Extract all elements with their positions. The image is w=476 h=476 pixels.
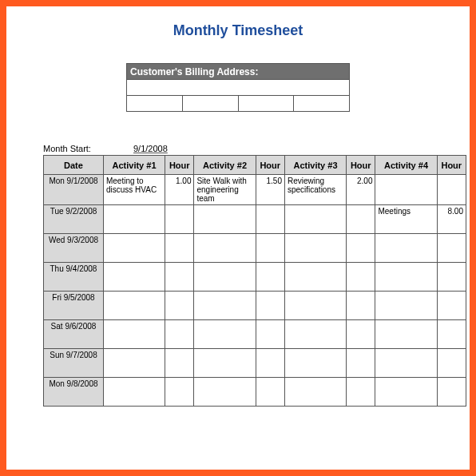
header-hour1: Hour [165,156,194,175]
activity3-cell[interactable] [284,263,346,292]
timesheet-table: Date Activity #1 Hour Activity #2 Hour A… [43,155,466,407]
hour1-cell[interactable]: 1.00 [165,175,194,205]
hour4-cell[interactable] [437,378,466,407]
activity2-cell[interactable]: Site Walk with engineering team [194,175,256,205]
hour3-cell[interactable] [347,292,375,320]
hour1-cell[interactable] [165,234,194,263]
header-date: Date [44,156,104,175]
header-activity2: Activity #2 [194,156,256,175]
activity2-cell[interactable] [194,292,256,320]
document-title: Monthly Timesheet [21,22,455,39]
month-start-label: Month Start: [43,144,91,153]
hour2-cell[interactable] [256,349,284,378]
date-cell: Mon 9/8/2008 [44,378,104,407]
table-row: Sun 9/7/2008 [44,349,466,378]
activity2-cell[interactable] [194,378,256,407]
date-cell: Thu 9/4/2008 [44,263,104,292]
activity2-cell[interactable] [194,234,256,263]
activity1-cell[interactable] [103,234,165,263]
hour3-cell[interactable] [347,349,375,378]
header-hour2: Hour [256,156,284,175]
hour3-cell[interactable] [347,263,375,292]
header-row: Date Activity #1 Hour Activity #2 Hour A… [44,156,466,175]
hour2-cell[interactable] [256,234,284,263]
billing-header: Customer's Billing Address: [127,64,350,80]
hour3-cell[interactable] [347,234,375,263]
hour4-cell[interactable] [437,320,466,349]
hour4-cell[interactable] [437,263,466,292]
hour4-cell[interactable] [437,349,466,378]
activity2-cell[interactable] [194,349,256,378]
header-hour3: Hour [347,156,375,175]
hour1-cell[interactable] [165,320,194,349]
billing-row[interactable] [127,80,350,96]
hour4-cell[interactable] [437,175,466,205]
activity3-cell[interactable] [284,349,346,378]
date-cell: Sat 9/6/2008 [44,320,104,349]
activity2-cell[interactable] [194,320,256,349]
table-row: Mon 9/8/2008 [44,378,466,407]
billing-cell[interactable] [238,96,294,112]
activity4-cell[interactable] [375,175,437,205]
hour3-cell[interactable] [347,205,375,234]
hour1-cell[interactable] [165,263,194,292]
hour4-cell[interactable]: 8.00 [437,205,466,234]
activity1-cell[interactable] [103,349,165,378]
table-row: Sat 9/6/2008 [44,320,466,349]
activity3-cell[interactable] [284,205,346,234]
date-cell: Fri 9/5/2008 [44,292,104,320]
activity3-cell[interactable] [284,378,346,407]
table-row: Mon 9/1/2008Meeting to discuss HVAC1.00S… [44,175,466,205]
activity1-cell[interactable] [103,292,165,320]
activity3-cell[interactable] [284,320,346,349]
billing-cell[interactable] [127,96,183,112]
activity4-cell[interactable] [375,320,437,349]
activity3-cell[interactable] [284,234,346,263]
activity2-cell[interactable] [194,263,256,292]
hour3-cell[interactable] [347,378,375,407]
hour2-cell[interactable] [256,378,284,407]
activity1-cell[interactable] [103,320,165,349]
header-activity1: Activity #1 [103,156,165,175]
date-cell: Wed 9/3/2008 [44,234,104,263]
hour2-cell[interactable] [256,263,284,292]
date-cell: Mon 9/1/2008 [44,175,104,205]
activity1-cell[interactable] [103,263,165,292]
date-cell: Tue 9/2/2008 [44,205,104,234]
month-start-value[interactable]: 9/1/2008 [133,144,168,153]
activity1-cell[interactable] [103,205,165,234]
activity4-cell[interactable] [375,378,437,407]
activity4-cell[interactable] [375,292,437,320]
hour2-cell[interactable]: 1.50 [256,175,284,205]
hour4-cell[interactable] [437,292,466,320]
table-row: Thu 9/4/2008 [44,263,466,292]
hour3-cell[interactable]: 2.00 [347,175,375,205]
hour1-cell[interactable] [165,292,194,320]
activity3-cell[interactable]: Reviewing specifications [284,175,346,205]
activity3-cell[interactable] [284,292,346,320]
table-row: Tue 9/2/2008Meetings8.00 [44,205,466,234]
activity1-cell[interactable]: Meeting to discuss HVAC [103,175,165,205]
activity4-cell[interactable] [375,234,437,263]
hour1-cell[interactable] [165,378,194,407]
hour2-cell[interactable] [256,320,284,349]
hour2-cell[interactable] [256,205,284,234]
month-start: Month Start: 9/1/2008 [43,144,455,153]
activity4-cell[interactable] [375,263,437,292]
activity2-cell[interactable] [194,205,256,234]
activity4-cell[interactable]: Meetings [375,205,437,234]
billing-cell[interactable] [294,96,350,112]
header-activity4: Activity #4 [375,156,437,175]
billing-address-table: Customer's Billing Address: [126,63,350,112]
hour1-cell[interactable] [165,349,194,378]
date-cell: Sun 9/7/2008 [44,349,104,378]
hour2-cell[interactable] [256,292,284,320]
hour4-cell[interactable] [437,234,466,263]
header-activity3: Activity #3 [284,156,346,175]
hour3-cell[interactable] [347,320,375,349]
billing-cell[interactable] [182,96,238,112]
hour1-cell[interactable] [165,205,194,234]
activity1-cell[interactable] [103,378,165,407]
activity4-cell[interactable] [375,349,437,378]
table-row: Wed 9/3/2008 [44,234,466,263]
